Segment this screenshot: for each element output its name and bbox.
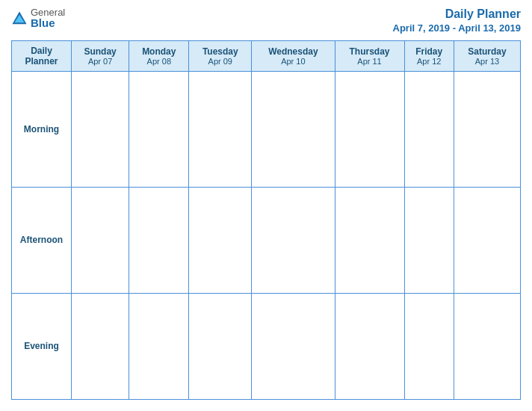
saturday-date: Apr 13	[457, 57, 517, 66]
friday-name: Friday	[408, 46, 451, 57]
afternoon-saturday[interactable]	[454, 187, 520, 293]
evening-row: Evening	[12, 293, 521, 399]
wednesday-name: Wednesday	[255, 46, 331, 57]
saturday-name: Saturday	[457, 46, 517, 57]
calendar-table: Daily Planner Sunday Apr 07 Monday Apr 0…	[11, 40, 521, 400]
logo-icon	[11, 10, 28, 27]
thursday-date: Apr 11	[338, 57, 401, 66]
header-label-daily: Daily	[15, 46, 68, 56]
afternoon-monday[interactable]	[129, 187, 189, 293]
evening-saturday[interactable]	[454, 293, 520, 399]
afternoon-label: Afternoon	[12, 187, 72, 293]
tuesday-name: Tuesday	[192, 46, 248, 57]
morning-row: Morning	[12, 72, 521, 188]
afternoon-thursday[interactable]	[335, 187, 404, 293]
evening-sunday[interactable]	[72, 293, 129, 399]
header-cell-wednesday: Wednesday Apr 10	[252, 41, 335, 72]
tuesday-date: Apr 09	[192, 57, 248, 66]
header-cell-monday: Monday Apr 08	[129, 41, 189, 72]
thursday-name: Thursday	[338, 46, 401, 57]
morning-saturday[interactable]	[454, 72, 520, 188]
header-label-planner: Planner	[15, 56, 68, 67]
title-block: Daily Planner April 7, 2019 - April 13, …	[393, 7, 522, 34]
morning-label: Morning	[12, 72, 72, 188]
evening-friday[interactable]	[404, 293, 454, 399]
morning-sunday[interactable]	[72, 72, 129, 188]
evening-tuesday[interactable]	[189, 293, 252, 399]
sunday-date: Apr 07	[75, 57, 126, 66]
page-title: Daily Planner	[445, 7, 521, 20]
afternoon-sunday[interactable]	[72, 187, 129, 293]
evening-monday[interactable]	[129, 293, 189, 399]
calendar-header-row: Daily Planner Sunday Apr 07 Monday Apr 0…	[12, 41, 521, 72]
header-cell-tuesday: Tuesday Apr 09	[189, 41, 252, 72]
morning-tuesday[interactable]	[189, 72, 252, 188]
afternoon-friday[interactable]	[404, 187, 454, 293]
header-cell-saturday: Saturday Apr 13	[454, 41, 520, 72]
monday-date: Apr 08	[132, 57, 185, 66]
evening-thursday[interactable]	[335, 293, 404, 399]
evening-wednesday[interactable]	[252, 293, 335, 399]
header-cell-label: Daily Planner	[12, 41, 72, 72]
logo: General Blue	[11, 7, 65, 28]
morning-monday[interactable]	[129, 72, 189, 188]
morning-friday[interactable]	[404, 72, 454, 188]
page-header: General Blue Daily Planner April 7, 2019…	[11, 7, 521, 34]
afternoon-wednesday[interactable]	[252, 187, 335, 293]
sunday-name: Sunday	[75, 46, 126, 57]
header-cell-thursday: Thursday Apr 11	[335, 41, 404, 72]
header-cell-sunday: Sunday Apr 07	[72, 41, 129, 72]
evening-label: Evening	[12, 293, 72, 399]
wednesday-date: Apr 10	[255, 57, 331, 66]
date-range: April 7, 2019 - April 13, 2019	[393, 22, 522, 34]
monday-name: Monday	[132, 46, 185, 57]
friday-date: Apr 12	[408, 57, 451, 66]
morning-thursday[interactable]	[335, 72, 404, 188]
logo-blue-text: Blue	[31, 17, 65, 28]
header-cell-friday: Friday Apr 12	[404, 41, 454, 72]
afternoon-row: Afternoon	[12, 187, 521, 293]
morning-wednesday[interactable]	[252, 72, 335, 188]
afternoon-tuesday[interactable]	[189, 187, 252, 293]
